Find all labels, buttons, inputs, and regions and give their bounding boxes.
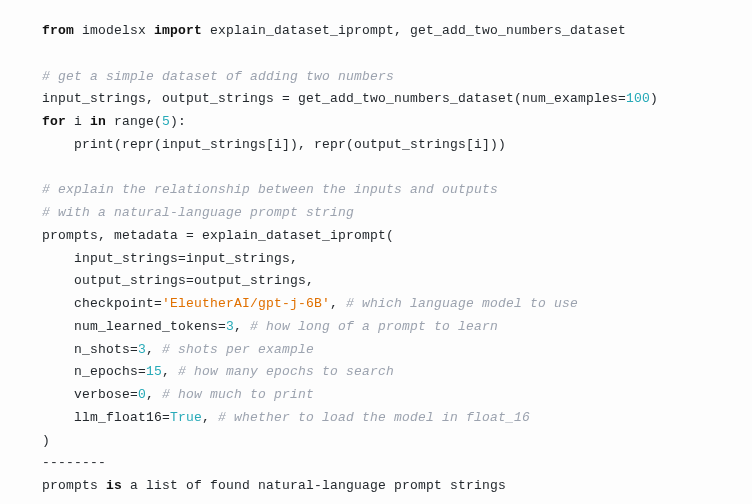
string-literal: 'EleutherAI/gpt-j-6B' — [162, 296, 330, 311]
number-literal: 100 — [626, 91, 650, 106]
code-text: prompts — [42, 478, 106, 493]
code-text: ) — [650, 91, 658, 106]
line-15: n_shots=3, # shots per example — [42, 342, 314, 357]
comment-inline: # how long of a prompt to learn — [250, 319, 498, 334]
code-block: from imodelsx import explain_dataset_ipr… — [0, 0, 752, 504]
comment-inline: # which language model to use — [346, 296, 578, 311]
keyword-for: for — [42, 114, 66, 129]
comment-line: # get a simple dataset of adding two num… — [42, 69, 394, 84]
module-name: imodelsx — [74, 23, 154, 38]
number-literal: 15 — [146, 364, 162, 379]
code-text: input_strings, output_strings = get_add_… — [42, 91, 626, 106]
import-names: explain_dataset_iprompt, get_add_two_num… — [202, 23, 626, 38]
code-text: checkpoint= — [42, 296, 162, 311]
code-text: a list of found natural-language prompt … — [122, 478, 506, 493]
keyword-is: is — [106, 478, 122, 493]
number-literal: 0 — [138, 387, 146, 402]
code-text: num_learned_tokens= — [42, 319, 226, 334]
line-21: prompts is a list of found natural-langu… — [42, 478, 506, 493]
line-13: checkpoint='EleutherAI/gpt-j-6B', # whic… — [42, 296, 578, 311]
code-text: range( — [106, 114, 162, 129]
number-literal: 5 — [162, 114, 170, 129]
line-18: llm_float16=True, # whether to load the … — [42, 410, 530, 425]
comment-line: # explain the relationship between the i… — [42, 182, 498, 197]
line-10: prompts, metadata = explain_dataset_ipro… — [42, 228, 394, 243]
code-text: n_epochs= — [42, 364, 146, 379]
code-text: llm_float16= — [42, 410, 170, 425]
line-11: input_strings=input_strings, — [42, 251, 298, 266]
line-19: ) — [42, 433, 50, 448]
code-text: n_shots= — [42, 342, 138, 357]
code-text: , — [162, 364, 178, 379]
code-text: ): — [170, 114, 186, 129]
line-1: from imodelsx import explain_dataset_ipr… — [42, 23, 626, 38]
code-text: , — [146, 342, 162, 357]
code-text: , — [146, 387, 162, 402]
line-6: print(repr(input_strings[i]), repr(outpu… — [42, 137, 506, 152]
line-14: num_learned_tokens=3, # how long of a pr… — [42, 319, 498, 334]
comment-line: # with a natural-language prompt string — [42, 205, 354, 220]
line-17: verbose=0, # how much to print — [42, 387, 314, 402]
keyword-import: import — [154, 23, 202, 38]
comment-inline: # whether to load the model in float_16 — [218, 410, 530, 425]
code-text: , — [202, 410, 218, 425]
comment-inline: # how many epochs to search — [178, 364, 394, 379]
code-text: verbose= — [42, 387, 138, 402]
comment-inline: # shots per example — [162, 342, 314, 357]
code-text: i — [66, 114, 90, 129]
line-16: n_epochs=15, # how many epochs to search — [42, 364, 394, 379]
keyword-from: from — [42, 23, 74, 38]
line-12: output_strings=output_strings, — [42, 273, 314, 288]
bool-literal: True — [170, 410, 202, 425]
code-text: , — [330, 296, 346, 311]
keyword-in: in — [90, 114, 106, 129]
code-text: , — [234, 319, 250, 334]
line-4: input_strings, output_strings = get_add_… — [42, 91, 658, 106]
line-5: for i in range(5): — [42, 114, 186, 129]
number-literal: 3 — [138, 342, 146, 357]
number-literal: 3 — [226, 319, 234, 334]
line-20: -------- — [42, 455, 106, 470]
comment-inline: # how much to print — [162, 387, 314, 402]
